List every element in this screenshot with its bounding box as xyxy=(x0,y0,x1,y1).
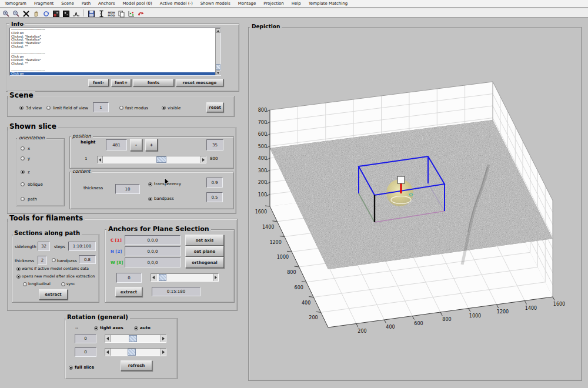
fonts-button[interactable]: fonts xyxy=(133,79,174,86)
pan-hand-icon[interactable] xyxy=(32,9,40,16)
contrast-icon[interactable] xyxy=(52,9,60,16)
anchor-w-label: W [3] xyxy=(111,260,123,265)
sections-thickness-field[interactable]: 2 xyxy=(38,256,47,265)
info-listbox[interactable]: ----------------------------- Click on C… xyxy=(9,28,221,76)
angle-range-field[interactable]: 0:15:180 xyxy=(152,287,201,296)
slider-left-arrow[interactable] xyxy=(98,156,103,163)
slider-left-arrow[interactable] xyxy=(151,274,156,281)
sync-radio[interactable] xyxy=(61,282,65,286)
longitudinal-radio[interactable] xyxy=(23,282,27,286)
scroll-down-button[interactable] xyxy=(216,71,220,75)
slider-right-arrow[interactable] xyxy=(161,335,166,342)
anchor-n-field[interactable]: 0,0,0 xyxy=(125,246,181,256)
new-model-icon[interactable]: NEWMOD xyxy=(108,9,115,16)
auto-radio[interactable] xyxy=(134,326,138,330)
slider-left-arrow[interactable] xyxy=(105,335,111,342)
limit-fov-radio[interactable] xyxy=(46,106,51,110)
menu-help[interactable]: Help xyxy=(292,1,301,6)
menu-template-matching[interactable]: Template Matching xyxy=(309,1,348,6)
rotation1-slider[interactable] xyxy=(105,335,166,343)
menu-path[interactable]: Path xyxy=(82,1,91,6)
orientation-path-radio[interactable] xyxy=(21,197,25,201)
slider-right-arrow[interactable] xyxy=(161,349,166,356)
anchor-square-marker[interactable] xyxy=(397,176,405,183)
transparency-radio[interactable] xyxy=(148,182,152,186)
3d-view-radio[interactable] xyxy=(19,106,24,110)
copy-icon[interactable] xyxy=(118,9,125,16)
height-slider[interactable] xyxy=(97,156,206,163)
rotation1-slider-thumb[interactable] xyxy=(129,335,137,342)
visible-radio[interactable] xyxy=(162,106,166,110)
opens-radio[interactable] xyxy=(16,275,21,279)
scroll-thumb[interactable] xyxy=(216,64,220,70)
set-plane-button[interactable]: set plane xyxy=(185,246,224,257)
full-slice-radio[interactable] xyxy=(69,366,73,370)
thickness-field[interactable]: 10 xyxy=(115,184,140,194)
menu-anchors[interactable]: Anchors xyxy=(98,1,115,6)
slice-ruler-icon[interactable] xyxy=(98,9,105,16)
scene-reset-button[interactable]: reset xyxy=(206,102,223,112)
image-icon[interactable] xyxy=(62,9,70,16)
slider-left-arrow[interactable] xyxy=(105,349,111,356)
height-slider-thumb[interactable] xyxy=(156,156,166,163)
curve-icon[interactable] xyxy=(72,9,80,16)
orientation-z-radio[interactable] xyxy=(21,170,25,174)
info-line-selected[interactable]: Click on xyxy=(10,72,216,76)
font-minus-button[interactable]: font- xyxy=(88,79,109,86)
step-field[interactable]: 35 xyxy=(206,139,223,150)
menu-scene[interactable]: Scene xyxy=(61,1,74,6)
menu-active-model[interactable]: Active model (-) xyxy=(160,1,193,6)
transparency-field[interactable]: 0.9 xyxy=(206,178,223,188)
anchors-extract-button[interactable]: extract xyxy=(115,287,142,297)
info-scrollbar[interactable] xyxy=(215,28,220,75)
menu-projection[interactable]: Projection xyxy=(263,1,284,6)
fov-field[interactable]: 1 xyxy=(93,102,109,112)
angle-field[interactable]: 0 xyxy=(116,273,142,283)
scatter-axes-icon[interactable] xyxy=(128,9,135,16)
sidelength-field[interactable]: 32 xyxy=(38,242,50,251)
orientation-oblique-radio[interactable] xyxy=(21,182,25,186)
rotation1-field[interactable]: 0 xyxy=(75,334,96,343)
slider-right-arrow[interactable] xyxy=(201,156,206,163)
height-increment-button[interactable]: + xyxy=(145,139,158,151)
sections-bandpass-radio[interactable] xyxy=(52,258,56,262)
rotate-3d-icon[interactable] xyxy=(42,9,50,16)
refresh-button[interactable]: refresh xyxy=(121,360,152,371)
zoom-in-icon[interactable] xyxy=(2,9,10,16)
angle-slider-thumb[interactable] xyxy=(159,274,166,281)
bandpass-radio[interactable] xyxy=(148,197,152,201)
menu-fragment[interactable]: Fragment xyxy=(34,1,54,6)
angle-slider[interactable] xyxy=(151,273,219,282)
steps-field[interactable]: 1:10:100 xyxy=(68,242,96,251)
expand-icon[interactable] xyxy=(22,9,30,16)
scroll-up-button[interactable] xyxy=(216,28,220,33)
orientation-y-radio[interactable] xyxy=(21,156,25,160)
reset-message-button[interactable]: reset message xyxy=(176,79,223,86)
menu-model-pool[interactable]: Model pool (0) xyxy=(122,1,152,6)
rotation2-field[interactable]: 0 xyxy=(75,347,96,357)
rotation2-slider-thumb[interactable] xyxy=(128,349,136,356)
menu-tomogram[interactable]: Tomogram xyxy=(5,1,26,6)
font-plus-button[interactable]: font+ xyxy=(111,79,131,86)
fast-modus-radio[interactable] xyxy=(119,106,123,110)
warns-radio[interactable] xyxy=(16,267,21,271)
zoom-out-icon[interactable] xyxy=(12,9,20,16)
save-icon[interactable] xyxy=(88,9,95,16)
sections-bandpass-field[interactable]: 0.8 xyxy=(79,255,96,264)
orthogonal-button[interactable]: orthogonal xyxy=(185,257,224,268)
set-axis-button[interactable]: set axis xyxy=(185,235,224,246)
orientation-x-radio[interactable] xyxy=(21,146,25,150)
menu-montage[interactable]: Montage xyxy=(238,1,256,6)
sections-extract-button[interactable]: extract xyxy=(39,289,68,300)
anchor-c-field[interactable]: 0,0,0 xyxy=(125,235,181,245)
anchor-w-field[interactable]: 0,0,0 xyxy=(125,257,181,267)
rotation2-slider[interactable] xyxy=(105,348,166,356)
export-arrow-icon[interactable] xyxy=(138,9,145,16)
height-decrement-button[interactable]: - xyxy=(130,139,142,151)
tight-axes-radio[interactable] xyxy=(94,326,98,330)
height-field[interactable]: 481 xyxy=(106,139,127,150)
menu-shown-models[interactable]: Shown models xyxy=(201,1,230,6)
bandpass-field[interactable]: 0.5 xyxy=(206,192,223,202)
slider-right-arrow[interactable] xyxy=(213,274,218,281)
depiction-3d-plot[interactable]: 800 700 600 500 400 300 200 100 1600 140… xyxy=(253,28,580,379)
